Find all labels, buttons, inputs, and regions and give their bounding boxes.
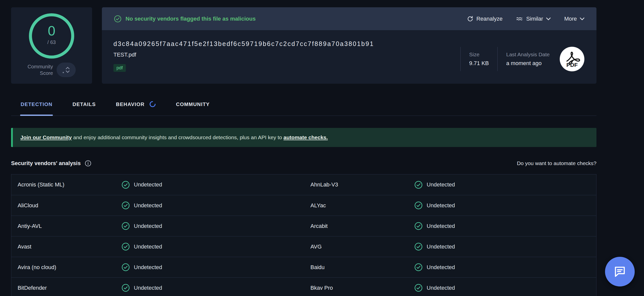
vendor-name: Bkav Pro: [310, 285, 414, 291]
check-circle-icon: [414, 284, 423, 292]
file-identity: d3c84a09265f7aac471f5e2f13bedf6c59719b6c…: [113, 40, 374, 84]
check-circle-icon: [414, 181, 423, 189]
status-label: Undetected: [427, 243, 455, 250]
check-circle-icon: [414, 222, 423, 230]
vendor-status: Undetected: [414, 263, 596, 271]
file-hash: d3c84a09265f7aac471f5e2f13bedf6c59719b6c…: [113, 40, 374, 47]
automate-checks-prompt[interactable]: Do you want to automate checks?: [517, 160, 596, 166]
last-analysis-value: a moment ago: [506, 60, 550, 67]
automate-checks-link[interactable]: automate checks.: [284, 134, 328, 140]
check-circle-icon: [122, 242, 130, 251]
verdict-bar: No security vendors flagged this file as…: [102, 7, 596, 30]
table-row: Avira (no cloud) Undetected Baidu Undete…: [11, 257, 596, 277]
table-row: BitDefender Undetected Bkav Pro Undetect…: [11, 277, 596, 296]
vendor-name: Antiy-AVL: [18, 223, 122, 229]
table-row: Antiy-AVL Undetected Arcabit Undetected: [11, 216, 596, 236]
banner-text: and enjoy additional community insights …: [72, 134, 284, 140]
vendor-status: Undetected: [122, 242, 310, 251]
status-label: Undetected: [427, 181, 455, 188]
tab-behavior[interactable]: BEHAVIOR: [115, 101, 156, 116]
similar-icon: [516, 16, 523, 21]
status-label: Undetected: [134, 285, 162, 291]
vendor-table: Acronis (Static ML) Undetected AhnLab-V3…: [11, 174, 596, 296]
status-label: Undetected: [134, 202, 162, 209]
pdf-file-icon: PDF: [560, 47, 584, 71]
chat-feedback-button[interactable]: [605, 257, 635, 286]
vendor-status: Undetected: [414, 222, 596, 230]
check-circle-icon: [414, 263, 423, 271]
chat-icon: [613, 265, 627, 279]
verdict-text: No security vendors flagged this file as…: [126, 16, 256, 22]
file-tag-pdf[interactable]: pdf: [113, 64, 126, 72]
vendor-status: Undetected: [414, 201, 596, 210]
check-circle-icon: [122, 222, 130, 230]
check-circle-icon: [122, 181, 130, 189]
status-label: Undetected: [134, 181, 162, 188]
community-banner: Join our Community and enjoy additional …: [11, 128, 596, 147]
check-circle-icon: [114, 15, 122, 23]
info-icon[interactable]: [85, 160, 91, 167]
tab-details[interactable]: DETAILS: [72, 101, 96, 116]
section-title: Security vendors' analysis: [11, 160, 81, 167]
vendor-name: Arcabit: [310, 223, 414, 229]
chevron-down-icon: [580, 17, 584, 20]
last-analysis-label: Last Analysis Date: [506, 52, 550, 58]
reanalyze-icon: [467, 16, 473, 22]
chevron-down-icon: [546, 17, 551, 20]
tab-bar: DETECTION DETAILS BEHAVIOR COMMUNITY: [11, 101, 596, 116]
status-label: Undetected: [134, 243, 162, 250]
tab-community[interactable]: COMMUNITY: [176, 101, 210, 116]
check-circle-icon: [122, 201, 130, 210]
similar-button[interactable]: Similar: [516, 16, 551, 22]
status-label: Undetected: [427, 264, 455, 271]
vote-dot-icon: [63, 72, 64, 73]
loading-spinner-icon: [149, 101, 156, 108]
score-total: / 63: [47, 39, 56, 45]
score-card: 0 / 63 Community Score: [11, 7, 92, 84]
reanalyze-button[interactable]: Reanalyze: [467, 16, 503, 22]
tab-detection[interactable]: DETECTION: [20, 101, 53, 116]
vendor-name: Avira (no cloud): [18, 264, 122, 271]
file-summary-card: No security vendors flagged this file as…: [102, 7, 596, 84]
vendor-status: Undetected: [414, 242, 596, 251]
check-circle-icon: [414, 201, 423, 210]
vendor-status: Undetected: [122, 181, 310, 189]
status-label: Undetected: [134, 264, 162, 271]
table-row: AliCloud Undetected ALYac Undetected: [11, 195, 596, 216]
community-vote-widget[interactable]: [57, 63, 76, 77]
table-row: Avast Undetected AVG Undetected: [11, 236, 596, 257]
detection-score-ring: 0 / 63: [26, 11, 77, 61]
vendor-status: Undetected: [414, 284, 596, 292]
vendor-name: Avast: [18, 243, 122, 250]
file-meta: Size 9.71 KB Last Analysis Date a moment…: [452, 40, 584, 84]
size-label: Size: [469, 52, 489, 58]
divider: [460, 47, 461, 71]
vendor-name: Baidu: [310, 264, 414, 271]
size-value: 9.71 KB: [469, 60, 489, 67]
vendor-status: Undetected: [122, 222, 310, 230]
vendor-status: Undetected: [122, 284, 310, 292]
svg-text:PDF: PDF: [567, 62, 578, 68]
vendor-name: AVG: [310, 243, 414, 250]
main-content: 0 / 63 Community Score: [11, 0, 596, 296]
vote-up-icon[interactable]: [66, 67, 70, 69]
file-name: TEST.pdf: [113, 52, 374, 58]
check-circle-icon: [414, 242, 423, 251]
status-label: Undetected: [427, 202, 455, 209]
status-label: Undetected: [427, 223, 455, 229]
join-community-link[interactable]: Join our Community: [20, 134, 72, 140]
more-button[interactable]: More: [564, 16, 584, 22]
table-row: Acronis (Static ML) Undetected AhnLab-V3…: [11, 174, 596, 195]
divider: [497, 47, 498, 71]
vote-down-icon[interactable]: [66, 70, 70, 73]
vendor-name: BitDefender: [18, 285, 122, 291]
status-label: Undetected: [427, 285, 455, 291]
vendor-name: AhnLab-V3: [310, 181, 414, 188]
community-score-label: Community Score: [27, 63, 53, 76]
vendor-name: Acronis (Static ML): [18, 181, 122, 188]
vendor-name: ALYac: [310, 202, 414, 209]
score-value: 0: [48, 23, 55, 38]
check-circle-icon: [122, 284, 130, 292]
vendor-status: Undetected: [122, 201, 310, 210]
vendor-name: AliCloud: [18, 202, 122, 209]
